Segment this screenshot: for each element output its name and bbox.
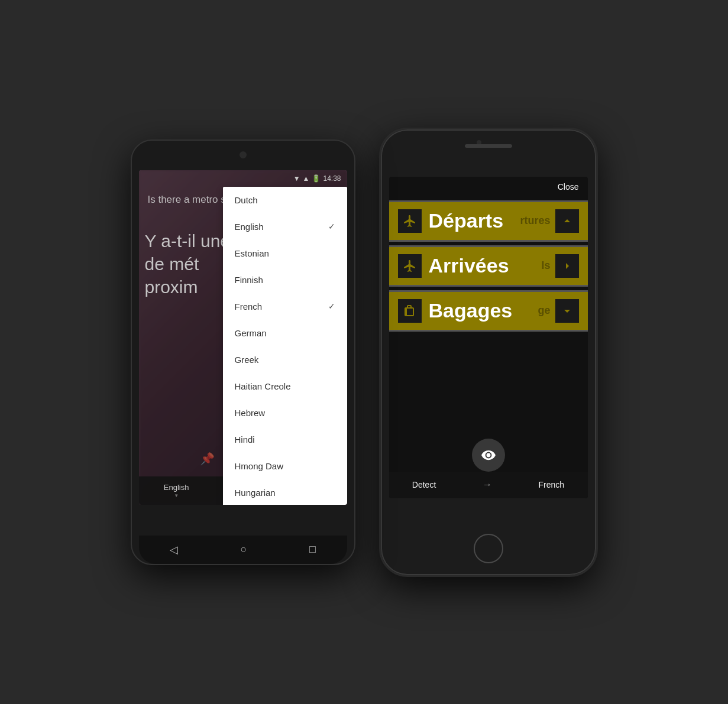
departures-label: Départs bbox=[429, 209, 520, 232]
baggage-row: Bagages ge bbox=[389, 290, 588, 332]
dropdown-item-french[interactable]: French ✓ bbox=[223, 293, 347, 320]
iphone-target-lang[interactable]: French bbox=[539, 480, 565, 489]
check-english: ✓ bbox=[328, 222, 335, 231]
iphone: Close Départs rtures bbox=[379, 128, 598, 577]
dropdown-item-dutch[interactable]: Dutch bbox=[223, 187, 347, 213]
dropdown-item-finnish[interactable]: Finnish bbox=[223, 267, 347, 293]
arrivals-overlay: ls bbox=[541, 259, 550, 272]
dropdown-item-haitian-creole[interactable]: Haitian Creole bbox=[223, 373, 347, 400]
iphone-lang-arrow: → bbox=[483, 479, 492, 490]
android-screen: ▼ ▲ 🔋 14:38 Is there a metro station Y a… bbox=[139, 170, 347, 505]
iphone-lang-bar: Detect → French bbox=[389, 472, 588, 498]
dropdown-item-german[interactable]: German bbox=[223, 320, 347, 346]
dropdown-item-hmong[interactable]: Hmong Daw bbox=[223, 453, 347, 479]
android-nav-bar: ◁ ○ □ bbox=[139, 536, 347, 564]
language-dropdown[interactable]: Dutch English ✓ Estonian Finnish French … bbox=[223, 187, 347, 505]
dropdown-item-english[interactable]: English ✓ bbox=[223, 213, 347, 240]
arrivals-label: Arrivées bbox=[429, 254, 542, 277]
dropdown-item-hindi[interactable]: Hindi bbox=[223, 426, 347, 453]
iphone-topbar: Close bbox=[389, 177, 588, 197]
android-phone: ▼ ▲ 🔋 14:38 Is there a metro station Y a… bbox=[131, 139, 355, 565]
arrivals-row: Arrivées ls bbox=[389, 245, 588, 287]
iphone-screen: Close Départs rtures bbox=[389, 177, 588, 498]
airport-signs: Départs rtures Arrivées bbox=[389, 200, 588, 332]
back-button[interactable]: ◁ bbox=[170, 543, 178, 556]
android-camera bbox=[240, 151, 247, 158]
camera-button[interactable] bbox=[472, 439, 505, 472]
dropdown-item-greek[interactable]: Greek bbox=[223, 346, 347, 373]
departures-row: Départs rtures bbox=[389, 200, 588, 242]
arrivals-arrow bbox=[555, 254, 579, 278]
iphone-home-button[interactable] bbox=[474, 534, 503, 563]
dropdown-item-hebrew[interactable]: Hebrew bbox=[223, 400, 347, 426]
check-french: ✓ bbox=[328, 301, 335, 311]
departures-arrow bbox=[555, 209, 579, 233]
iphone-speaker bbox=[465, 144, 512, 148]
recents-button[interactable]: □ bbox=[309, 543, 316, 556]
scene: ▼ ▲ 🔋 14:38 Is there a metro station Y a… bbox=[131, 128, 598, 577]
baggage-label: Bagages bbox=[429, 299, 538, 322]
baggage-icon bbox=[398, 299, 422, 323]
departures-icon bbox=[398, 209, 422, 233]
close-button[interactable]: Close bbox=[558, 182, 579, 192]
dropdown-item-hungarian[interactable]: Hungarian bbox=[223, 479, 347, 505]
dropdown-item-estonian[interactable]: Estonian bbox=[223, 240, 347, 267]
home-button[interactable]: ○ bbox=[241, 543, 247, 556]
iphone-source-lang[interactable]: Detect bbox=[412, 480, 436, 489]
baggage-overlay: ge bbox=[538, 304, 550, 317]
arrivals-icon bbox=[398, 254, 422, 278]
departures-overlay: rtures bbox=[520, 215, 550, 227]
baggage-arrow bbox=[555, 299, 579, 323]
